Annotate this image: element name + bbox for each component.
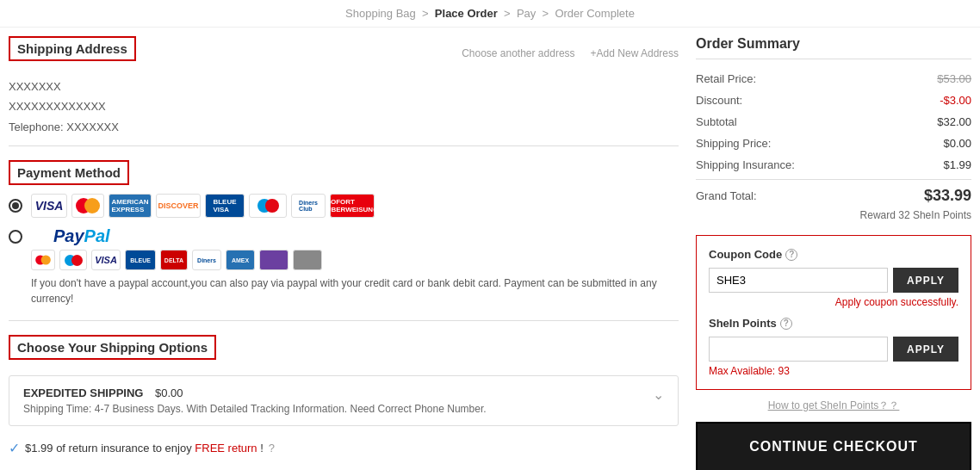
coupon-input[interactable] (709, 268, 888, 293)
discount-label: Discount: (696, 94, 742, 107)
shipping-time: Shipping Time: 4-7 Business Days. With D… (23, 403, 487, 415)
card-icons: VISA AMERICANEXPRESS DISCOVER (31, 194, 375, 218)
coupon-input-row: APPLY (709, 268, 958, 293)
continue-checkout-button[interactable]: CONTINUE CHECKOUT (696, 422, 971, 470)
breadcrumb-sep1: > (422, 7, 429, 20)
grand-total-label: Grand Total: (696, 189, 757, 202)
address-telephone: Telephone: XXXXXXX (9, 117, 679, 137)
order-summary-title: Order Summary (696, 36, 971, 59)
discount-value: -$3.00 (940, 94, 971, 107)
insurance-text1: $1.99 of return insurance to enjoy (25, 442, 192, 455)
paypal-purple-icon (259, 250, 288, 270)
reward-points: Reward 32 SheIn Points (696, 209, 971, 221)
summary-discount: Discount: -$3.00 (696, 90, 971, 111)
breadcrumb: Shopping Bag > Place Order > Pay > Order… (0, 0, 980, 28)
points-label: SheIn Points ? (709, 317, 958, 330)
subtotal-label: Subtotal (696, 115, 737, 128)
retail-price-label: Retail Price: (696, 72, 756, 85)
address-info: XXXXXXX XXXXXXXXXXXXX Telephone: XXXXXXX (9, 77, 679, 146)
paypal-card-icons: VISA BLEUE DELTA Diners AMEX (31, 250, 679, 270)
points-help-icon[interactable]: ? (780, 318, 792, 330)
shipping-name: EXPEDITED SHIPPING (23, 387, 143, 399)
chevron-down-icon[interactable]: ⌄ (653, 387, 664, 403)
shipping-name-price: EXPEDITED SHIPPING $0.00 (23, 387, 487, 399)
breadcrumb-shopping-bag: Shopping Bag (345, 7, 416, 20)
points-input[interactable] (709, 337, 888, 362)
sofort-icon: SOFORTÜBERWEISUNG (330, 194, 375, 218)
address-link-sep (581, 47, 584, 59)
summary-shipping-price: Shipping Price: $0.00 (696, 133, 971, 154)
telephone-label: Telephone: (9, 121, 64, 133)
insurance-text: $1.99 of return insurance to enjoy FREE … (25, 442, 264, 455)
breadcrumb-place-order: Place Order (435, 7, 498, 20)
retail-price-value: $53.00 (937, 72, 971, 85)
maestro-icon (249, 194, 287, 218)
address-name: XXXXXXX (9, 77, 679, 96)
paypal-diners-icon: Diners (192, 250, 221, 270)
summary-subtotal: Subtotal $32.00 (696, 111, 971, 133)
address-links: Choose another address +Add New Address (462, 47, 679, 59)
breadcrumb-sep3: > (543, 7, 549, 20)
breadcrumb-pay: Pay (517, 7, 536, 20)
shipping-option-row: EXPEDITED SHIPPING $0.00 Shipping Time: … (23, 387, 664, 415)
shipping-address-title: Shipping Address (9, 36, 136, 61)
points-input-row: APPLY (709, 337, 958, 362)
free-return-link[interactable]: FREE return (195, 442, 257, 455)
mastercard-icon (71, 194, 104, 218)
coupon-label: Coupon Code ? (709, 248, 958, 261)
shipping-address-section: Shipping Address Choose another address … (9, 36, 679, 146)
check-icon: ✓ (9, 440, 20, 456)
summary-grand-total: Grand Total: $33.99 (696, 179, 971, 209)
shipping-price-value: $0.00 (943, 137, 971, 150)
add-address-link[interactable]: +Add New Address (591, 47, 679, 59)
choose-address-link[interactable]: Choose another address (462, 47, 574, 59)
paypal-bleue-icon: BLEUE (125, 250, 156, 270)
insurance-question[interactable]: ? (269, 442, 275, 455)
coupon-help-icon[interactable]: ? (785, 249, 797, 261)
paypal-note: If you don't have a paypal account,you c… (31, 275, 679, 306)
discover-icon: DISCOVER (156, 194, 201, 218)
shipping-options-title: Choose Your Shipping Options (9, 335, 216, 360)
paypal-amex-icon: AMEX (226, 250, 255, 270)
payment-method-title: Payment Method (9, 160, 129, 185)
subtotal-value: $32.00 (937, 115, 971, 128)
breadcrumb-order-complete: Order Complete (555, 7, 634, 20)
paypal-option[interactable]: PayPal (9, 226, 679, 306)
shipping-insurance-label: Shipping Insurance: (696, 158, 795, 171)
shipping-options-section: Choose Your Shipping Options EXPEDITED S… (9, 335, 679, 426)
shipping-option-box[interactable]: EXPEDITED SHIPPING $0.00 Shipping Time: … (9, 375, 679, 426)
paypal-delta-icon: DELTA (160, 250, 188, 270)
how-to-points-link[interactable]: How to get SheIn Points？？ (696, 399, 971, 413)
right-column: Order Summary Retail Price: $53.00 Disco… (696, 36, 971, 470)
grand-total-value: $33.99 (924, 187, 971, 205)
coupon-points-box: Coupon Code ? APPLY Apply coupon success… (696, 235, 971, 390)
payment-options: VISA AMERICANEXPRESS DISCOVER (9, 194, 679, 306)
address-header: Shipping Address Choose another address … (9, 36, 679, 70)
paypal-radio[interactable] (9, 230, 22, 244)
paypal-logo: PayPal (53, 226, 110, 246)
shipping-price-label: Shipping Price: (696, 137, 771, 150)
credit-card-option[interactable]: VISA AMERICANEXPRESS DISCOVER (9, 194, 679, 218)
shipping-insurance-value: $1.99 (943, 158, 971, 171)
payment-method-section: Payment Method VISA (9, 160, 679, 321)
reward-text: Reward 32 SheIn Points (860, 209, 971, 221)
coupon-success-message: Apply coupon successfully. (709, 296, 958, 308)
shipping-info: EXPEDITED SHIPPING $0.00 Shipping Time: … (23, 387, 487, 415)
address-street: XXXXXXXXXXXXX (9, 96, 679, 116)
shipping-price: $0.00 (155, 387, 183, 399)
paypal-visa-icon: VISA (91, 250, 121, 270)
summary-shipping-insurance: Shipping Insurance: $1.99 (696, 154, 971, 176)
insurance-row: ✓ $1.99 of return insurance to enjoy FRE… (9, 440, 679, 456)
coupon-apply-button[interactable]: APPLY (893, 268, 958, 293)
points-apply-button[interactable]: APPLY (893, 337, 958, 362)
amex-icon: AMERICANEXPRESS (109, 194, 152, 218)
insurance-text2: ! (260, 442, 264, 455)
bleue-visa-icon: BLEUEVISA (205, 194, 245, 218)
credit-card-radio[interactable] (9, 199, 22, 213)
order-summary: Order Summary Retail Price: $53.00 Disco… (696, 36, 971, 221)
points-max-available: Max Available: 93 (709, 365, 958, 377)
visa-icon: VISA (31, 194, 67, 218)
paypal-gray-icon (293, 250, 322, 270)
breadcrumb-sep2: > (504, 7, 511, 20)
summary-retail-price: Retail Price: $53.00 (696, 68, 971, 90)
